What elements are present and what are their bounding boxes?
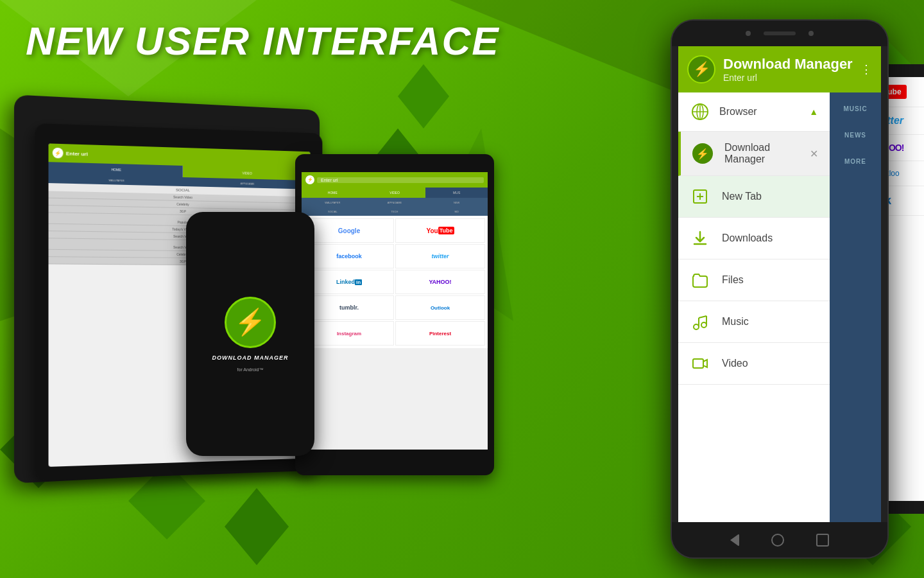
phone-camera-bar <box>672 21 887 46</box>
tablet-middle-tabs2: WALLPAPER APP&GAME NEW <box>302 198 488 207</box>
tab-appgame[interactable]: APP&GAME <box>364 198 426 207</box>
tablet-middle-header: ⚡ Enter url <box>302 172 488 188</box>
devices-area: ⚡ Enter url HOME VIDEO WALLPAPER APP&GAM… <box>0 0 924 578</box>
speaker <box>764 31 796 35</box>
bolt-icon: ⚡ <box>692 143 713 164</box>
app-twitter[interactable]: twitter <box>395 244 485 268</box>
svg-line-29 <box>699 316 706 318</box>
right-panel: MUSIC NEWS MORE <box>830 92 881 522</box>
new-tab-label: New Tab <box>722 191 818 202</box>
menu-item-browser[interactable]: Browser ▲ <box>678 92 830 132</box>
files-label: Files <box>722 274 818 286</box>
camera-dot-2 <box>809 31 814 36</box>
phone-center: ⚡ DOWNLOAD MANAGER for Android™ <box>186 212 314 456</box>
svg-point-25 <box>694 324 699 329</box>
phone-center-subtitle: for Android™ <box>237 367 264 372</box>
browser-label: Browser <box>719 106 800 118</box>
menu-item-video[interactable]: Video <box>678 343 830 385</box>
video-label: Video <box>722 358 818 369</box>
menu-item-download-manager[interactable]: ⚡ Download Manager ✕ <box>678 132 830 176</box>
app-subtitle: Enter url <box>723 73 853 83</box>
menu-item-files[interactable]: Files <box>678 259 830 301</box>
main-title: NEW USER INTERFACE <box>26 18 500 64</box>
tab-social[interactable]: SOCIAL <box>302 207 364 216</box>
tablet-middle: ⚡ Enter url HOME VIDEO MUS WALLPAPER APP… <box>295 154 494 475</box>
tab-tech[interactable]: TECH <box>364 207 426 216</box>
right-panel-music[interactable]: MUSIC <box>843 105 867 112</box>
menu-item-new-tab[interactable]: New Tab <box>678 176 830 218</box>
tab-video[interactable]: VIDEO <box>364 188 426 198</box>
files-icon <box>690 270 710 290</box>
phone-main-screen: ⚡ Download Manager Enter url ⋮ MUSIC NEW… <box>678 46 881 522</box>
phone-bottom-bar <box>672 522 887 557</box>
browser-icon <box>690 101 710 122</box>
app-title: Download Manager <box>723 56 853 73</box>
music-icon <box>690 311 710 332</box>
app-pinterest[interactable]: Pinterest <box>395 321 485 346</box>
tablet-large-icon: ⚡ <box>53 148 64 159</box>
app-google[interactable]: Google <box>304 218 394 243</box>
phone-center-logo: ⚡ DOWNLOAD MANAGER for Android™ <box>212 297 289 372</box>
close-icon[interactable]: ✕ <box>810 148 818 160</box>
new-tab-icon <box>690 186 710 207</box>
back-button[interactable] <box>730 534 739 547</box>
tab-home[interactable]: HOME <box>302 188 364 198</box>
app-yahoo[interactable]: YAHOO! <box>395 270 485 294</box>
app-header: ⚡ Download Manager Enter url ⋮ <box>678 46 881 92</box>
app-header-icon: ⚡ <box>687 55 715 83</box>
tablet-middle-screen: ⚡ Enter url HOME VIDEO MUS WALLPAPER APP… <box>302 172 488 450</box>
app-facebook[interactable]: facebook <box>304 244 394 268</box>
tab-mo[interactable]: MO <box>425 207 488 216</box>
app-linkedin[interactable]: Linkedin <box>304 270 394 294</box>
tablet-middle-url: Enter url <box>317 177 484 183</box>
camera-dot <box>746 31 751 36</box>
music-label: Music <box>722 316 818 328</box>
app-tumblr[interactable]: tumblr. <box>304 295 394 320</box>
phone-main: ⚡ Download Manager Enter url ⋮ MUSIC NEW… <box>671 19 889 559</box>
menu-item-downloads[interactable]: Downloads <box>678 218 830 259</box>
downloads-label: Downloads <box>722 232 818 244</box>
download-manager-label: Download Manager <box>724 142 798 165</box>
right-panel-news[interactable]: NEWS <box>844 132 866 139</box>
tablet-middle-icon: ⚡ <box>305 175 314 184</box>
tablet-middle-tabs3: SOCIAL TECH MO <box>302 207 488 216</box>
svg-point-26 <box>701 322 706 328</box>
app-instagram[interactable]: Instagram <box>304 321 394 346</box>
svg-rect-30 <box>693 359 703 368</box>
right-panel-more[interactable]: MORE <box>844 158 866 165</box>
menu-item-music[interactable]: Music <box>678 301 830 343</box>
tab-wallpaper[interactable]: WALLPAPER <box>302 198 364 207</box>
app-menu: Browser ▲ ⚡ Download Manager ✕ <box>678 92 830 522</box>
header-dots-icon[interactable]: ⋮ <box>860 62 872 76</box>
arrow-up-icon: ▲ <box>809 107 818 117</box>
home-button[interactable] <box>771 534 784 547</box>
app-youtube[interactable]: YouTube <box>395 218 485 243</box>
tab-new[interactable]: NEW <box>425 198 488 207</box>
bolt-logo: ⚡ <box>225 297 276 348</box>
video-icon <box>690 353 710 374</box>
svg-marker-31 <box>703 360 707 367</box>
tablet-middle-tabs: HOME VIDEO MUS <box>302 188 488 198</box>
recents-button[interactable] <box>816 534 829 547</box>
app-outlook[interactable]: Outlook <box>395 295 485 320</box>
app-header-text: Download Manager Enter url <box>723 56 853 83</box>
apps-grid: Google YouTube facebook twitter Linkedin… <box>302 216 488 348</box>
phone-center-title: DOWNLOAD MANAGER <box>212 355 289 361</box>
tablet-large-url: Enter url <box>66 150 88 157</box>
downloads-icon <box>690 228 710 249</box>
tab-mus[interactable]: MUS <box>425 188 488 198</box>
